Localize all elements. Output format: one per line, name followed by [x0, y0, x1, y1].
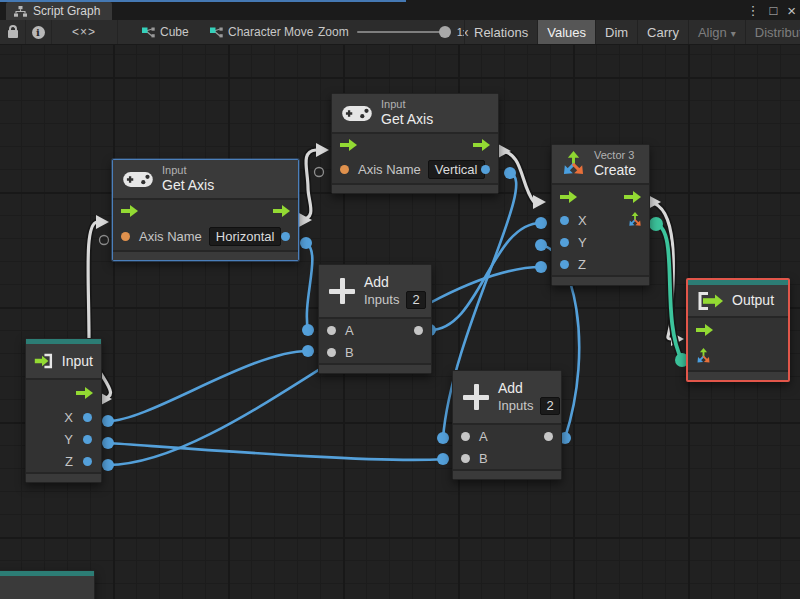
vector3-value-port[interactable]: [695, 348, 712, 365]
wire-add1-to-vector3-x: [430, 223, 541, 330]
node-footer: [26, 472, 101, 482]
control-output-port[interactable]: [273, 205, 290, 217]
node-footer: [453, 469, 561, 479]
node-category: Input: [162, 164, 214, 177]
sum-port[interactable]: [414, 326, 423, 335]
node-vector3-create[interactable]: Vector 3 Create X Y Z: [551, 144, 650, 286]
input-bracket-icon: [34, 351, 55, 371]
control-input-port[interactable]: [340, 139, 357, 151]
node-title: Get Axis: [381, 111, 433, 128]
axis-name-field[interactable]: Horizontal: [209, 227, 282, 246]
node-title: Get Axis: [162, 177, 214, 194]
control-output-port[interactable]: [76, 387, 93, 399]
node-graph-input[interactable]: Input X Y Z: [25, 338, 102, 483]
axis-name-port[interactable]: [121, 232, 130, 241]
input-b-port[interactable]: [327, 348, 336, 357]
plus-icon: [329, 278, 355, 304]
output-bracket-icon: [696, 291, 724, 311]
inputs-label: Inputs: [364, 292, 399, 307]
node-get-axis-horizontal[interactable]: Input Get Axis Axis Name Horizontal: [112, 159, 299, 261]
node-add-2[interactable]: Add Inputs 2 A B: [452, 370, 562, 480]
vector3-result-port[interactable]: [627, 212, 643, 228]
wire-getaxis-horizontal-to-add1-a: [306, 243, 312, 330]
result-port[interactable]: [281, 232, 290, 241]
port-label: Y: [578, 235, 587, 250]
control-input-port[interactable]: [696, 324, 713, 336]
z-port[interactable]: [83, 457, 92, 466]
node-category: Input: [381, 98, 433, 111]
y-port[interactable]: [83, 435, 92, 444]
node-add-1[interactable]: Add Inputs 2 A B: [318, 264, 432, 374]
port-label: X: [578, 213, 587, 228]
node-title: Add: [498, 380, 560, 397]
x-port[interactable]: [83, 413, 92, 422]
input-b-port[interactable]: [461, 454, 470, 463]
port-label: B: [479, 451, 488, 466]
control-output-port[interactable]: [473, 139, 490, 151]
node-title: Output: [732, 292, 774, 309]
inputs-count-field[interactable]: 2: [540, 397, 559, 415]
node-partial-bottom-left[interactable]: [0, 570, 95, 599]
node-category: Vector 3: [594, 149, 636, 162]
control-input-port[interactable]: [560, 191, 577, 203]
y-port[interactable]: [560, 238, 569, 247]
x-port[interactable]: [560, 216, 569, 225]
plus-icon: [463, 384, 489, 410]
input-a-port[interactable]: [327, 326, 336, 335]
port-label: Z: [65, 454, 73, 469]
gamepad-icon: [342, 104, 372, 123]
node-get-axis-vertical[interactable]: Input Get Axis Axis Name Vertical: [331, 93, 499, 194]
ghost-port-ring: [100, 236, 109, 245]
wire-input-x-to-add1-b: [108, 351, 308, 421]
port-label: Axis Name: [358, 162, 421, 177]
node-footer: [552, 275, 649, 285]
node-footer: [332, 183, 498, 193]
control-input-port[interactable]: [121, 205, 138, 217]
axis-name-port[interactable]: [340, 165, 349, 174]
node-footer: [688, 370, 788, 380]
wire-input-y-to-add2-b: [108, 443, 443, 460]
ghost-port-ring: [315, 168, 324, 177]
port-label: X: [64, 410, 73, 425]
result-port[interactable]: [481, 165, 490, 174]
wire-getaxis-horizontal-to-getaxis-vertical[interactable]: [299, 143, 329, 227]
z-port[interactable]: [560, 260, 569, 269]
inputs-label: Inputs: [498, 398, 533, 413]
control-output-port[interactable]: [624, 191, 641, 203]
node-title: Input: [62, 353, 93, 370]
port-label: A: [345, 323, 354, 338]
node-graph-output[interactable]: Output: [686, 278, 790, 382]
node-title: Create: [594, 162, 636, 179]
gamepad-icon: [123, 170, 153, 189]
node-footer: [319, 363, 431, 373]
port-label: B: [345, 345, 354, 360]
vector3-icon: [560, 151, 587, 178]
sum-port[interactable]: [544, 432, 553, 441]
input-a-port[interactable]: [461, 432, 470, 441]
port-label: Axis Name: [139, 229, 202, 244]
wire-vector3-to-output-value[interactable]: [649, 217, 689, 367]
inputs-count-field[interactable]: 2: [406, 291, 425, 309]
port-label: Y: [64, 432, 73, 447]
axis-name-field[interactable]: Vertical: [428, 160, 485, 179]
node-footer: [113, 250, 298, 260]
port-label: Z: [578, 257, 586, 272]
node-title: Add: [364, 274, 426, 291]
script-graph-window: Script Graph ⋮ □ × i <×> Cube: [0, 0, 800, 599]
port-label: A: [479, 429, 488, 444]
